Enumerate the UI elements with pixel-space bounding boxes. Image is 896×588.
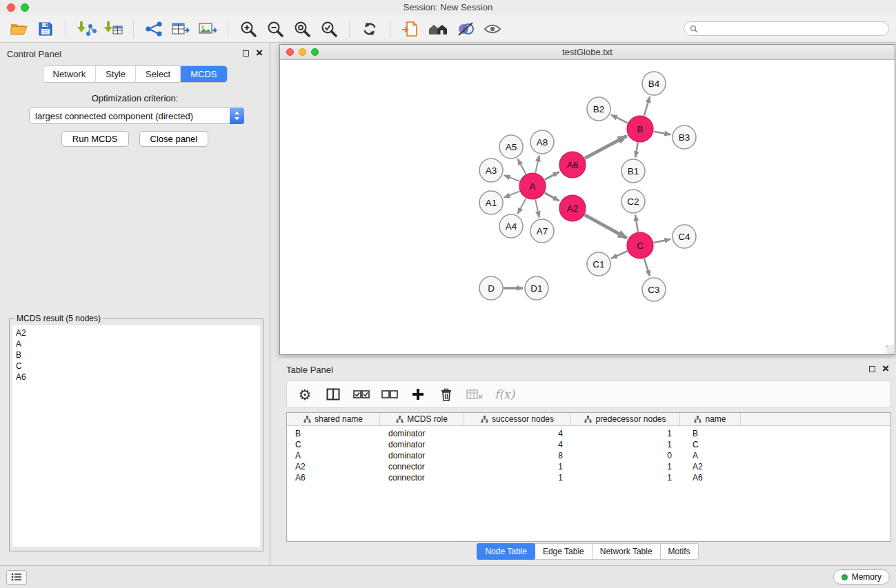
table-cell[interactable]: dominator (380, 440, 464, 449)
new-network-from-table-button[interactable] (170, 18, 191, 40)
edge-A-A2[interactable] (545, 193, 559, 201)
add-column-button[interactable] (410, 385, 426, 403)
node-table[interactable]: shared nameMCDS rolesuccessor nodesprede… (286, 412, 891, 542)
table-cell[interactable]: 0 (571, 451, 680, 460)
tab-network[interactable]: Network (43, 66, 96, 82)
import-table-from-file-button[interactable] (103, 18, 123, 40)
edge-C-C3[interactable] (644, 258, 650, 276)
table-cell[interactable]: B (287, 429, 380, 438)
tab-mcds[interactable]: MCDS (181, 66, 226, 82)
edge-C-C4[interactable] (654, 239, 671, 243)
criterion-select[interactable]: largest connected component (directed) (29, 108, 244, 124)
zoom-in-button[interactable] (238, 18, 259, 40)
node-B3[interactable]: B3 (673, 125, 696, 149)
node-A8[interactable]: A8 (530, 130, 554, 154)
tab-style[interactable]: Style (96, 66, 136, 82)
table-cell[interactable]: dominator (380, 429, 464, 438)
show-hide-button[interactable] (482, 18, 503, 40)
table-cell[interactable]: 4 (464, 429, 571, 438)
column-header-successor-nodes[interactable]: successor nodes (464, 413, 571, 425)
table-row[interactable]: A6connector11A6 (287, 472, 890, 483)
edge-A-A5[interactable] (518, 159, 526, 174)
table-cell[interactable]: A6 (287, 473, 380, 483)
apply-layout-button[interactable] (359, 18, 380, 40)
style-toggle-button[interactable] (455, 18, 476, 40)
node-C1[interactable]: C1 (587, 252, 610, 276)
run-mcds-button[interactable]: Run MCDS (61, 131, 129, 147)
edge-B-B4[interactable] (644, 97, 650, 116)
table-cell[interactable]: 4 (464, 440, 571, 449)
show-panel-list-button[interactable] (6, 570, 27, 585)
table-cell[interactable]: A (680, 451, 741, 460)
table-cell[interactable]: 1 (464, 462, 571, 472)
node-C[interactable]: C (627, 232, 653, 258)
node-B[interactable]: B (627, 116, 653, 142)
edge-A-A3[interactable] (504, 175, 520, 181)
table-row[interactable]: Bdominator41B (287, 428, 890, 439)
table-cell[interactable]: 1 (571, 473, 680, 483)
tab-node-table[interactable]: Node Table (477, 543, 535, 560)
deselect-all-button[interactable] (381, 385, 398, 403)
table-cell[interactable]: A2 (680, 462, 741, 472)
node-B2[interactable]: B2 (587, 97, 610, 121)
node-B1[interactable]: B1 (621, 159, 645, 183)
mcds-result-item[interactable]: A2 (16, 327, 257, 338)
column-header-name[interactable]: name (680, 413, 741, 425)
table-row[interactable]: Cdominator41C (287, 439, 890, 450)
table-cell[interactable]: A6 (680, 473, 741, 483)
column-header-predecessor-nodes[interactable]: predecessor nodes (571, 413, 680, 425)
network-graph[interactable]: B4B2BB3A5A8A6A3B1AA1C2A2A4A7C4CC1C3DD1 (280, 60, 895, 354)
close-panel-icon[interactable]: × (256, 49, 263, 57)
export-image-button[interactable] (197, 18, 218, 40)
mcds-result-list[interactable]: A2ABCA6 (12, 325, 260, 547)
float-panel-icon[interactable] (869, 366, 875, 372)
node-A6[interactable]: A6 (559, 152, 586, 178)
edge-A-A4[interactable] (517, 199, 526, 214)
node-A3[interactable]: A3 (479, 159, 503, 182)
node-A5[interactable]: A5 (499, 135, 523, 159)
edge-A2-C[interactable] (585, 215, 627, 239)
tab-select[interactable]: Select (136, 66, 181, 82)
close-panel-icon[interactable]: × (882, 365, 889, 373)
table-row[interactable]: Adominator80A (287, 450, 890, 461)
table-cell[interactable]: dominator (380, 451, 464, 460)
edge-C-C1[interactable] (611, 251, 628, 258)
edge-B-B3[interactable] (654, 132, 671, 135)
table-cell[interactable]: C (287, 440, 380, 449)
new-network-button[interactable] (143, 18, 164, 40)
table-cell[interactable]: 1 (571, 462, 680, 472)
search-input[interactable] (701, 24, 883, 34)
column-header-shared-name[interactable]: shared name (287, 413, 380, 425)
close-window-button[interactable] (7, 3, 15, 12)
import-network-from-file-button[interactable] (76, 18, 97, 40)
select-all-button[interactable] (353, 385, 370, 403)
edge-A-A8[interactable] (535, 156, 539, 173)
edge-B-B2[interactable] (611, 115, 628, 123)
node-D1[interactable]: D1 (525, 276, 548, 300)
node-A[interactable]: A (519, 173, 546, 199)
node-C2[interactable]: C2 (621, 190, 645, 213)
function-builder-button[interactable]: f(x) (495, 385, 515, 403)
table-cell[interactable]: 1 (571, 429, 680, 438)
search-box[interactable] (684, 21, 889, 36)
node-D[interactable]: D (479, 276, 503, 300)
open-session-button[interactable] (8, 18, 29, 40)
float-panel-icon[interactable] (243, 50, 249, 57)
network-view[interactable]: B4B2BB3A5A8A6A3B1AA1C2A2A4A7C4CC1C3DD1 (280, 60, 895, 354)
table-settings-button[interactable]: ⚙ (297, 385, 313, 403)
open-document-button[interactable] (400, 18, 421, 40)
edge-A6-B[interactable] (585, 136, 627, 158)
node-A7[interactable]: A7 (530, 219, 554, 243)
edge-A-A6[interactable] (545, 172, 559, 179)
node-A4[interactable]: A4 (499, 214, 523, 238)
table-cell[interactable]: connector (380, 462, 464, 472)
column-header-MCDS-role[interactable]: MCDS role (380, 413, 464, 425)
save-session-button[interactable] (35, 18, 56, 40)
zoom-selected-button[interactable] (319, 18, 339, 40)
edge-B-B1[interactable] (635, 143, 638, 158)
close-panel-button[interactable]: Close panel (139, 131, 209, 147)
zoom-out-button[interactable] (265, 18, 286, 40)
tab-motifs[interactable]: Motifs (660, 543, 699, 560)
table-cell[interactable]: 8 (464, 451, 571, 460)
edge-A-A1[interactable] (504, 191, 520, 197)
